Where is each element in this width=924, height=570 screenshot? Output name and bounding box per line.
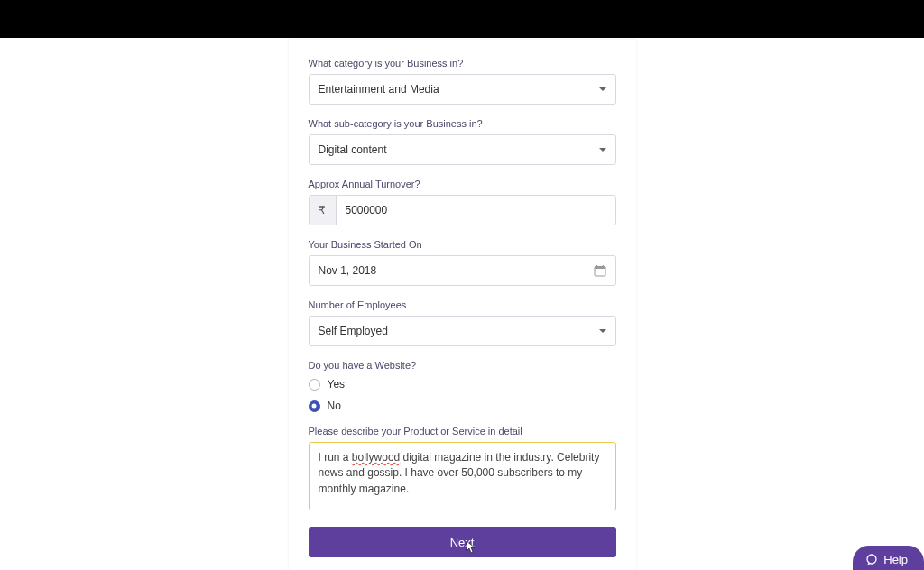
description-text: I run a bollywood digital magazine in th… xyxy=(319,450,606,497)
turnover-group: Approx Annual Turnover? ₹ xyxy=(309,179,616,225)
chat-icon xyxy=(865,554,878,566)
category-group: What category is your Business in? Enter… xyxy=(309,58,616,105)
svg-rect-1 xyxy=(595,267,605,270)
top-bar xyxy=(0,0,924,38)
rupee-icon: ₹ xyxy=(310,196,337,225)
employees-value: Self Employed xyxy=(319,325,599,337)
radio-yes-label: Yes xyxy=(328,378,346,391)
chevron-down-icon xyxy=(599,87,606,91)
svg-rect-2 xyxy=(596,265,597,268)
employees-select[interactable]: Self Employed xyxy=(309,316,616,346)
calendar-icon xyxy=(594,264,606,277)
subcategory-value: Digital content xyxy=(319,143,599,156)
turnover-input[interactable] xyxy=(337,196,615,225)
chevron-down-icon xyxy=(599,148,606,152)
category-label: What category is your Business in? xyxy=(309,58,616,69)
started-value: Nov 1, 2018 xyxy=(319,264,594,277)
description-group: Please describe your Product or Service … xyxy=(309,426,616,510)
subcategory-group: What sub-category is your Business in? D… xyxy=(309,118,616,165)
turnover-input-group: ₹ xyxy=(309,195,616,225)
radio-no-label: No xyxy=(328,400,341,412)
radio-option-no[interactable]: No xyxy=(309,400,616,412)
next-button[interactable]: Next xyxy=(309,527,616,557)
svg-point-4 xyxy=(867,555,876,564)
business-form: What category is your Business in? Enter… xyxy=(289,40,636,570)
category-select[interactable]: Entertainment and Media xyxy=(309,74,616,105)
started-label: Your Business Started On xyxy=(309,239,616,250)
subcategory-label: What sub-category is your Business in? xyxy=(309,118,616,129)
radio-option-yes[interactable]: Yes xyxy=(309,378,616,391)
svg-rect-3 xyxy=(602,265,603,268)
started-date-input[interactable]: Nov 1, 2018 xyxy=(309,255,616,286)
turnover-label: Approx Annual Turnover? xyxy=(309,179,616,189)
employees-group: Number of Employees Self Employed xyxy=(309,299,616,346)
help-label: Help xyxy=(883,553,908,566)
website-radio-group: Yes No xyxy=(309,378,616,412)
radio-icon-checked xyxy=(309,400,320,412)
category-value: Entertainment and Media xyxy=(319,83,599,96)
description-label: Please describe your Product or Service … xyxy=(309,426,616,437)
description-textarea[interactable]: I run a bollywood digital magazine in th… xyxy=(309,442,616,510)
website-group: Do you have a Website? Yes No xyxy=(309,360,616,412)
website-label: Do you have a Website? xyxy=(309,360,616,371)
radio-icon xyxy=(309,379,320,391)
subcategory-select[interactable]: Digital content xyxy=(309,134,616,165)
chevron-down-icon xyxy=(599,329,606,333)
employees-label: Number of Employees xyxy=(309,299,616,310)
started-group: Your Business Started On Nov 1, 2018 xyxy=(309,239,616,286)
help-button[interactable]: Help xyxy=(853,546,924,570)
